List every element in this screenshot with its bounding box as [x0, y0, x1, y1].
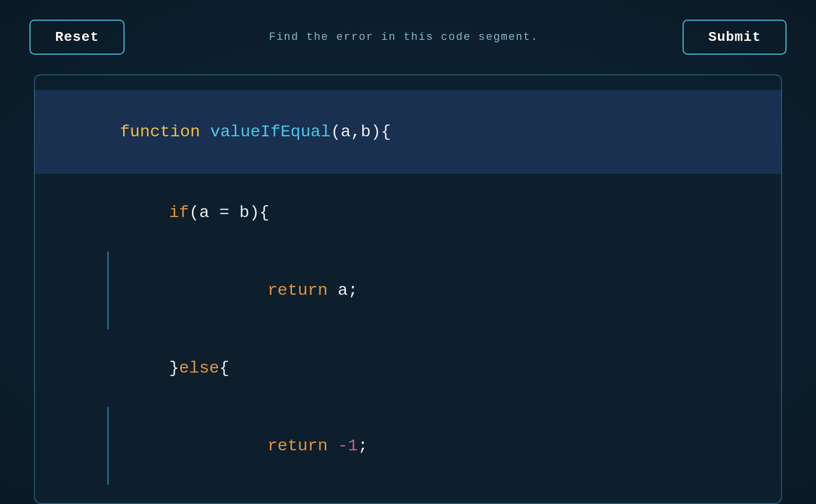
keyword-function: function	[120, 123, 200, 141]
keyword-else: else	[179, 359, 220, 378]
function-name: valueIfEqual	[210, 123, 331, 141]
negative-value: -1	[338, 437, 358, 455]
submit-button[interactable]: Submit	[683, 20, 786, 55]
code-line-2[interactable]: if(a = b){	[60, 174, 756, 252]
code-line-5[interactable]: return -1;	[107, 407, 756, 485]
header: Reset Find the error in this code segmen…	[0, 0, 816, 69]
code-line-6[interactable]: }	[60, 485, 756, 504]
code-line-4[interactable]: }else{	[60, 329, 756, 407]
params: (a,b){	[331, 123, 391, 141]
code-block: function valueIfEqual(a,b){ if(a = b){ r…	[35, 75, 781, 504]
reset-button[interactable]: Reset	[30, 20, 125, 55]
instruction-text: Find the error in this code segment.	[125, 31, 683, 43]
keyword-return-2: return	[267, 437, 327, 455]
code-line-3[interactable]: return a;	[107, 252, 756, 329]
keyword-if: if	[169, 203, 189, 222]
code-line-1[interactable]: function valueIfEqual(a,b){	[35, 90, 781, 174]
code-editor: function valueIfEqual(a,b){ if(a = b){ r…	[34, 74, 782, 504]
keyword-return-1: return	[267, 281, 327, 300]
